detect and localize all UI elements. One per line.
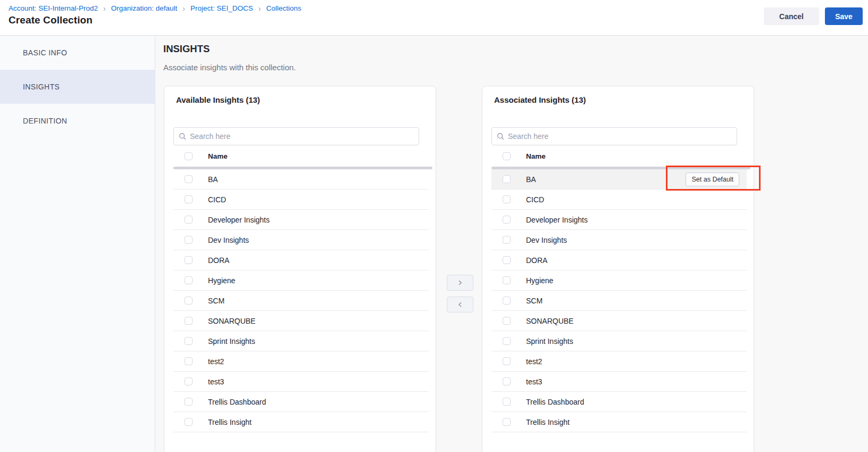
- table-row[interactable]: SONARQUBE: [173, 311, 429, 331]
- row-label: SCM: [526, 297, 542, 305]
- row-checkbox[interactable]: [503, 357, 511, 365]
- row-label: BA: [208, 175, 218, 184]
- row-checkbox[interactable]: [185, 317, 193, 325]
- row-checkbox[interactable]: [503, 276, 511, 284]
- row-checkbox[interactable]: [503, 256, 511, 264]
- table-row[interactable]: Trellis Dashboard: [491, 392, 747, 412]
- table-row[interactable]: Trellis Insight: [491, 412, 747, 432]
- table-row[interactable]: Developer Insights: [491, 210, 747, 230]
- row-checkbox[interactable]: [185, 297, 193, 305]
- row-label: Hygiene: [208, 276, 235, 285]
- table-row[interactable]: CICD: [173, 190, 429, 210]
- table-row[interactable]: BASet as Default: [491, 169, 747, 190]
- table-row[interactable]: Developer Insights: [173, 210, 429, 230]
- table-row[interactable]: BA: [173, 169, 429, 190]
- table-header: Name: [491, 145, 747, 167]
- search-input[interactable]: [491, 127, 737, 145]
- row-label: CICD: [526, 195, 544, 204]
- breadcrumb-link[interactable]: Account: SEI-Internal-Prod2: [9, 4, 98, 12]
- row-label: DORA: [208, 256, 229, 265]
- row-label: Trellis Insight: [526, 418, 570, 426]
- search-icon: [179, 133, 187, 141]
- row-checkbox[interactable]: [503, 297, 511, 305]
- breadcrumb: Account: SEI-Internal-Prod2›Organization…: [9, 4, 302, 12]
- row-label: Trellis Dashboard: [208, 398, 266, 406]
- table-row[interactable]: SCM: [173, 291, 429, 311]
- table-row[interactable]: DORA: [173, 250, 429, 270]
- row-checkbox[interactable]: [503, 398, 511, 406]
- page-title: Create Collection: [9, 14, 93, 26]
- row-checkbox[interactable]: [185, 175, 193, 183]
- row-checkbox[interactable]: [185, 276, 193, 284]
- row-checkbox[interactable]: [503, 377, 511, 385]
- row-checkbox[interactable]: [185, 418, 193, 426]
- table-row[interactable]: test3: [491, 372, 747, 392]
- table-row[interactable]: test2: [491, 351, 747, 372]
- row-label: Sprint Insights: [526, 337, 573, 346]
- row-checkbox[interactable]: [185, 357, 193, 365]
- row-checkbox[interactable]: [503, 175, 511, 183]
- chevron-right-icon: [456, 279, 464, 286]
- name-column-header: Name: [208, 152, 228, 160]
- sidebar-item-basic-info[interactable]: BASIC INFO: [0, 36, 155, 70]
- table-row[interactable]: Trellis Insight: [173, 412, 429, 432]
- chevron-left-icon: [456, 301, 464, 308]
- table-row[interactable]: DORA: [491, 250, 747, 270]
- breadcrumb-link[interactable]: Collections: [266, 4, 302, 12]
- table-header: Name: [173, 145, 429, 167]
- cancel-button[interactable]: Cancel: [764, 7, 819, 25]
- row-label: test2: [526, 357, 542, 366]
- table-row[interactable]: SCM: [491, 291, 747, 311]
- move-right-button[interactable]: [447, 275, 473, 291]
- breadcrumb-separator-icon: ›: [258, 5, 261, 12]
- row-label: test3: [526, 377, 542, 386]
- sidebar-item-definition[interactable]: DEFINITION: [0, 104, 155, 138]
- row-label: Trellis Dashboard: [526, 398, 584, 406]
- row-checkbox[interactable]: [185, 377, 193, 385]
- set-as-default-button[interactable]: Set as Default: [686, 172, 739, 186]
- row-checkbox[interactable]: [185, 256, 193, 264]
- name-column-header: Name: [526, 152, 546, 160]
- row-label: CICD: [208, 195, 226, 204]
- row-checkbox[interactable]: [503, 317, 511, 325]
- move-left-button[interactable]: [447, 297, 473, 313]
- row-checkbox[interactable]: [503, 337, 511, 345]
- table-row[interactable]: test2: [173, 351, 429, 372]
- row-checkbox[interactable]: [503, 195, 511, 203]
- select-all-checkbox[interactable]: [185, 152, 193, 160]
- search-field: [173, 127, 419, 145]
- table-row[interactable]: Sprint Insights: [491, 331, 747, 351]
- table-row[interactable]: Trellis Dashboard: [173, 392, 429, 412]
- search-icon: [497, 133, 505, 141]
- row-checkbox[interactable]: [185, 398, 193, 406]
- table-row[interactable]: Sprint Insights: [173, 331, 429, 351]
- search-input[interactable]: [173, 127, 419, 145]
- row-label: DORA: [526, 256, 547, 265]
- table-row[interactable]: Dev Insights: [491, 230, 747, 250]
- sidebar-item-insights[interactable]: INSIGHTS: [0, 70, 155, 104]
- row-checkbox[interactable]: [185, 195, 193, 203]
- row-checkbox[interactable]: [503, 216, 511, 224]
- table-row[interactable]: Hygiene: [491, 270, 747, 291]
- table-row[interactable]: Hygiene: [173, 270, 429, 291]
- select-all-checkbox[interactable]: [503, 152, 511, 160]
- insights-table-body: BACICDDeveloper InsightsDev InsightsDORA…: [173, 169, 429, 432]
- row-label: Dev Insights: [208, 236, 249, 244]
- row-checkbox[interactable]: [185, 236, 193, 244]
- row-label: SCM: [208, 297, 224, 305]
- row-checkbox[interactable]: [185, 337, 193, 345]
- breadcrumb-link[interactable]: Project: SEI_DOCS: [190, 4, 253, 12]
- table-row[interactable]: Dev Insights: [173, 230, 429, 250]
- row-label: test3: [208, 377, 224, 386]
- table-row[interactable]: CICD: [491, 190, 747, 210]
- breadcrumb-separator-icon: ›: [103, 5, 106, 12]
- row-checkbox[interactable]: [503, 418, 511, 426]
- row-checkbox[interactable]: [503, 236, 511, 244]
- row-label: Hygiene: [526, 276, 553, 285]
- breadcrumb-link[interactable]: Organization: default: [111, 4, 178, 12]
- row-checkbox[interactable]: [185, 216, 193, 224]
- table-row[interactable]: SONARQUBE: [491, 311, 747, 331]
- save-button[interactable]: Save: [825, 7, 863, 25]
- panel-title: Available Insights (13): [176, 95, 260, 104]
- table-row[interactable]: test3: [173, 372, 429, 392]
